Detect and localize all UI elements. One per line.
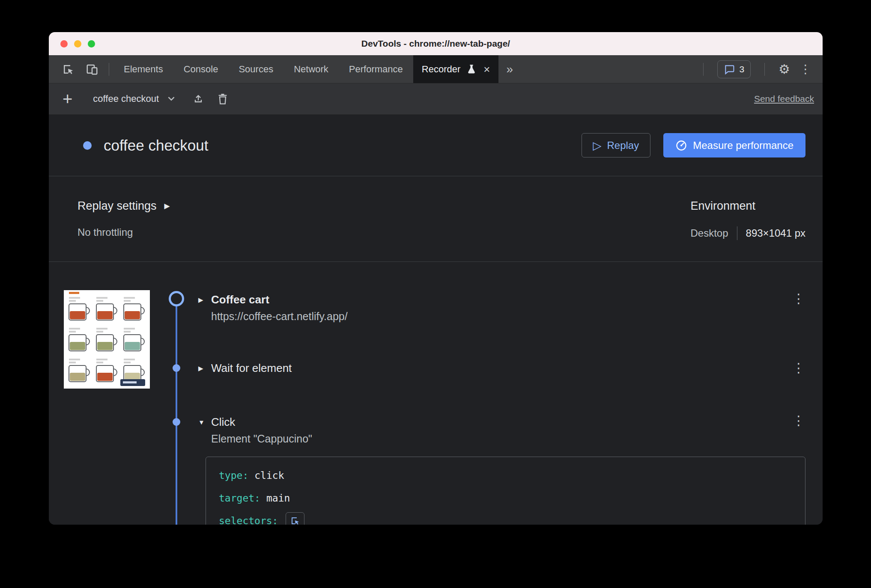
expand-arrow-icon[interactable]: ▶: [198, 365, 206, 371]
environment-viewport: 893×1041 px: [746, 227, 805, 239]
tab-recorder[interactable]: Recorder ×: [413, 55, 499, 83]
settings-section: Replay settings ▶ No throttling Environm…: [49, 176, 823, 262]
step-menu-icon[interactable]: ⋮: [792, 292, 802, 305]
measure-performance-button[interactable]: Measure performance: [663, 133, 805, 157]
arrow-right-icon: ▶: [164, 202, 170, 210]
recording-select[interactable]: coffee checkout: [89, 90, 179, 108]
header-buttons: ▷ Replay Measure performance: [582, 133, 806, 157]
close-tab-icon[interactable]: ×: [483, 64, 490, 75]
toolbar-separator: [703, 63, 704, 76]
step-navigate[interactable]: ▶ Coffee cart https://coffee-cart.netlif…: [198, 292, 348, 323]
delete-recording-icon[interactable]: [217, 93, 228, 105]
toolbar-separator: [109, 63, 109, 76]
step-url: https://coffee-cart.netlify.app/: [211, 310, 348, 323]
send-feedback-link[interactable]: Send feedback: [754, 94, 814, 104]
close-window-button[interactable]: [60, 40, 68, 48]
environment-label: Environment: [690, 199, 755, 213]
collapse-arrow-icon[interactable]: ▼: [198, 419, 206, 425]
titlebar: DevTools - chrome://new-tab-page/: [49, 32, 823, 55]
window-title: DevTools - chrome://new-tab-page/: [361, 39, 510, 49]
environment-device: Desktop: [690, 227, 728, 239]
measure-performance-label: Measure performance: [693, 140, 793, 151]
code-line: target: main: [219, 487, 792, 509]
timeline-start-node: [169, 291, 184, 306]
timeline-step-dot: [173, 418, 180, 426]
expand-arrow-icon[interactable]: ▶: [198, 297, 206, 303]
tab-performance[interactable]: Performance: [339, 55, 413, 83]
inspect-element-icon[interactable]: [62, 63, 75, 76]
chat-bubble-icon: [724, 64, 735, 75]
window-controls: [60, 32, 95, 55]
minimize-window-button[interactable]: [74, 40, 81, 48]
settings-gear-icon[interactable]: ⚙: [779, 63, 790, 76]
step-title: Wait for element: [211, 362, 292, 375]
speedometer-icon: [675, 140, 687, 151]
replay-button-label: Replay: [607, 140, 639, 151]
environment-column: Environment Desktop 893×1041 px: [690, 199, 805, 261]
add-recording-button[interactable]: +: [59, 90, 76, 107]
tab-sources[interactable]: Sources: [228, 55, 283, 83]
code-key: type:: [219, 470, 248, 481]
code-value: click: [254, 470, 284, 481]
devtools-menu-icon[interactable]: ⋮: [799, 63, 811, 75]
tab-elements[interactable]: Elements: [113, 55, 173, 83]
timeline-step-dot: [173, 364, 180, 372]
tab-recorder-label: Recorder: [422, 64, 460, 75]
recording-select-value: coffee checkout: [93, 93, 159, 104]
tab-network[interactable]: Network: [283, 55, 339, 83]
tabbar-left-icons: [49, 55, 104, 83]
step-menu-icon[interactable]: ⋮: [792, 414, 802, 427]
recording-status-dot: [83, 141, 92, 150]
step-title: Click: [211, 416, 235, 429]
page-screenshot-thumbnail: [64, 290, 150, 389]
code-key: target:: [219, 493, 260, 504]
devtools-tabbar: Elements Console Sources Network Perform…: [49, 55, 823, 83]
pick-selector-button[interactable]: [286, 512, 304, 525]
device-toolbar-icon[interactable]: [86, 63, 98, 76]
step-click[interactable]: ▼ Click Element "Cappucino": [198, 415, 312, 445]
code-line: type: click: [219, 464, 792, 487]
step-detail: Element "Cappucino": [211, 432, 312, 445]
tab-console[interactable]: Console: [173, 55, 229, 83]
code-value: main: [266, 493, 290, 504]
experiment-flask-icon: [467, 64, 476, 74]
code-key: selectors:: [219, 515, 278, 525]
replay-settings-column: Replay settings ▶ No throttling: [78, 199, 170, 261]
more-tabs-icon[interactable]: »: [498, 55, 521, 83]
recorder-panel: coffee checkout ▷ Replay Measure perform…: [49, 115, 823, 525]
replay-button[interactable]: ▷ Replay: [582, 133, 651, 157]
issues-counter-button[interactable]: 3: [717, 60, 751, 78]
steps-panel: ▶ Coffee cart https://coffee-cart.netlif…: [49, 262, 823, 525]
step-title: Coffee cart: [211, 293, 269, 306]
tabbar-right-icons: 3 ⚙ ⋮: [699, 55, 823, 83]
step-menu-icon[interactable]: ⋮: [792, 362, 802, 374]
chevron-down-icon: [167, 96, 175, 101]
issues-count: 3: [739, 64, 744, 74]
play-outline-icon: ▷: [593, 140, 602, 151]
environment-separator: [737, 226, 737, 240]
step-code-editor[interactable]: type: click target: main selectors:: [206, 457, 805, 525]
throttling-value: No throttling: [78, 226, 170, 238]
toolbar-separator: [764, 63, 765, 76]
replay-settings-label: Replay settings: [78, 199, 157, 213]
step-wait-for-element[interactable]: ▶ Wait for element: [198, 361, 292, 375]
code-line: selectors:: [219, 509, 792, 525]
export-recording-icon[interactable]: [192, 93, 204, 105]
recording-title: coffee checkout: [104, 137, 209, 154]
recording-header: coffee checkout ▷ Replay Measure perform…: [49, 115, 823, 176]
timeline-line: [176, 299, 177, 525]
devtools-window: DevTools - chrome://new-tab-page/ Elemen…: [49, 32, 823, 525]
recorder-toolbar: + coffee checkout Send feedback: [49, 83, 823, 115]
replay-settings-toggle[interactable]: Replay settings ▶: [78, 199, 170, 213]
zoom-window-button[interactable]: [88, 40, 95, 48]
